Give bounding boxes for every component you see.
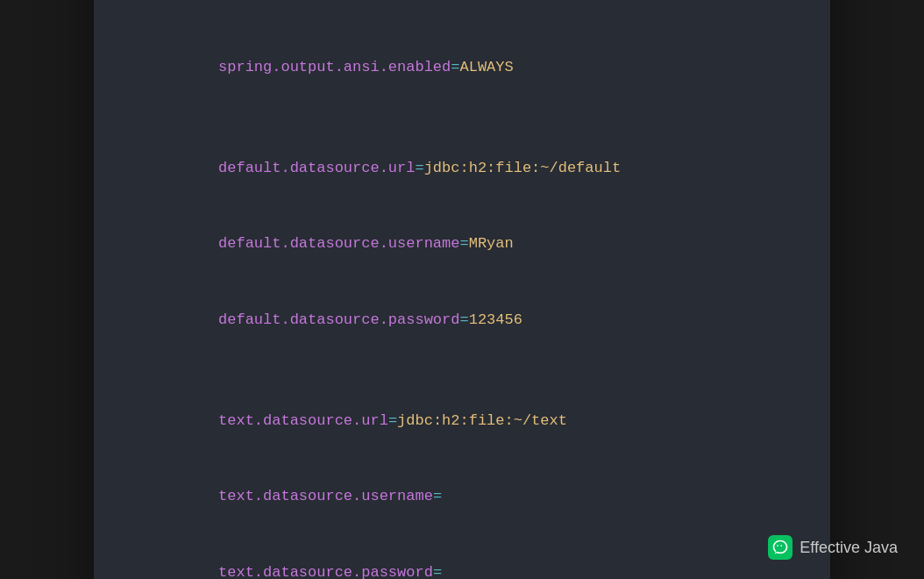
key-2-3: default.datasource.password — [218, 311, 459, 328]
code-block-2: default.datasource.url=jdbc:h2:file:~/de… — [129, 131, 795, 359]
equals-2-2: = — [459, 235, 468, 252]
wechat-icon — [768, 535, 793, 560]
watermark-label: Effective Java — [800, 539, 898, 557]
key-3-3: text.datasource.password — [218, 564, 433, 579]
line-3-1: text.datasource.url=jdbc:h2:file:~/text — [129, 383, 795, 460]
key-2-2: default.datasource.username — [218, 235, 459, 252]
line-2-2: default.datasource.username=MRyan — [129, 206, 795, 282]
value-1-2: ALWAYS — [459, 59, 513, 75]
equals-3-3: = — [433, 564, 442, 579]
equals-3-1: = — [388, 412, 397, 429]
line-2-3: default.datasource.password=123456 — [129, 282, 795, 359]
watermark: Effective Java — [768, 535, 898, 560]
line-3-3: text.datasource.password= — [129, 535, 795, 579]
value-2-3: 123456 — [469, 311, 522, 328]
line-1: management.endpoints.web.exposure.includ… — [129, 0, 795, 30]
value-2-2: MRyan — [469, 235, 514, 252]
key-3-1: text.datasource.url — [218, 412, 388, 429]
key-2-1: default.datasource.url — [218, 160, 415, 176]
line-2-1: default.datasource.url=jdbc:h2:file:~/de… — [129, 131, 795, 207]
terminal-window: management.endpoints.web.exposure.includ… — [94, 0, 830, 579]
key-1-2: spring.output.ansi.enabled — [218, 59, 451, 75]
equals-2-3: = — [459, 311, 468, 328]
line-3-2: text.datasource.username= — [129, 459, 795, 535]
value-2-1: jdbc:h2:file:~/default — [424, 160, 621, 176]
equals-2-1: = — [415, 160, 423, 176]
page-background: management.endpoints.web.exposure.includ… — [0, 0, 924, 579]
terminal-content: management.endpoints.web.exposure.includ… — [94, 0, 830, 579]
equals-3-2: = — [433, 488, 442, 504]
code-block-1: management.endpoints.web.exposure.includ… — [129, 0, 795, 106]
line-1-2: spring.output.ansi.enabled=ALWAYS — [129, 30, 795, 106]
equals-1-2: = — [451, 59, 459, 75]
key-3-2: text.datasource.username — [218, 488, 433, 504]
value-3-1: jdbc:h2:file:~/text — [397, 412, 567, 429]
code-block-3: text.datasource.url=jdbc:h2:file:~/text … — [129, 383, 795, 579]
